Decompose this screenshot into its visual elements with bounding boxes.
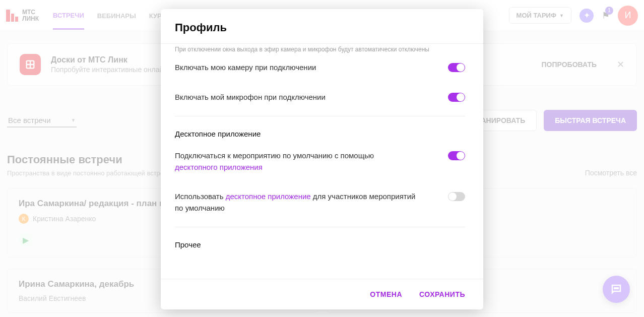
camera-hint: При отключении окна выхода в эфир камера…: [175, 44, 465, 53]
modal-scroll[interactable]: При отключении окна выхода в эфир камера…: [161, 44, 483, 279]
setting-label: Включать мой микрофон при подключении: [175, 92, 326, 103]
setting-use-desktop: Использовать десктопное приложение для у…: [175, 182, 465, 223]
modal-title: Профиль: [161, 9, 483, 43]
desktop-app-link[interactable]: десктопное приложение: [226, 192, 311, 201]
setting-label: Использовать десктопное приложение для у…: [175, 191, 417, 214]
toggle-join-desktop[interactable]: [448, 151, 465, 160]
group-desktop-title: Десктопное приложение: [175, 120, 465, 141]
modal-body: При отключении окна выхода в эфир камера…: [161, 43, 483, 279]
toggle-use-desktop[interactable]: [448, 192, 465, 201]
setting-label: Включать мою камеру при подключении: [175, 62, 316, 74]
toggle-mic[interactable]: [448, 93, 465, 102]
setting-camera: Включать мою камеру при подключении: [175, 53, 465, 83]
group-other-title: Прочее: [175, 231, 465, 252]
toggle-camera[interactable]: [448, 63, 465, 72]
divider: [175, 227, 465, 227]
modal-footer: ОТМЕНА СОХРАНИТЬ: [161, 279, 483, 309]
profile-modal: Профиль При отключении окна выхода в эфи…: [161, 9, 483, 309]
divider: [175, 116, 465, 116]
setting-mic: Включать мой микрофон при подключении: [175, 83, 465, 112]
desktop-app-link[interactable]: десктопного приложения: [175, 163, 263, 171]
save-button[interactable]: СОХРАНИТЬ: [419, 290, 465, 298]
setting-join-desktop: Подключаться к мероприятию по умолчанию …: [175, 141, 465, 182]
setting-label: Подключаться к мероприятию по умолчанию …: [175, 150, 417, 173]
cancel-button[interactable]: ОТМЕНА: [370, 290, 402, 298]
